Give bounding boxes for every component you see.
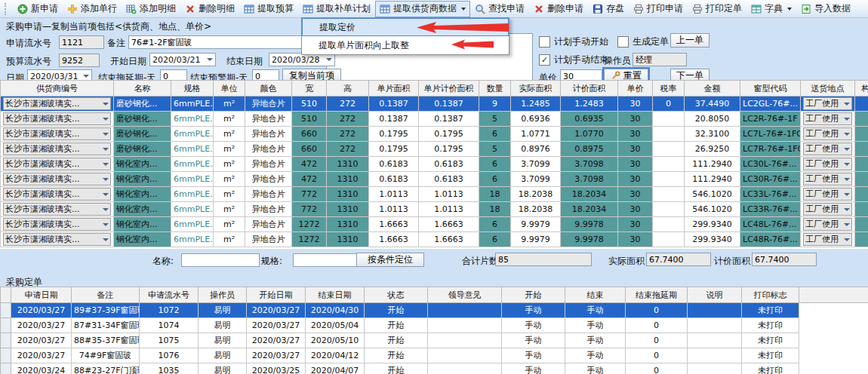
column-header[interactable]: 单位: [214, 81, 245, 97]
table-row[interactable]: 2020/03/2774#9F窗固玻1076易明2020/03/272020/0…: [1, 348, 868, 363]
column-header[interactable]: 规格: [171, 81, 214, 97]
column-header[interactable]: 名称: [114, 81, 171, 97]
start-date-combobox[interactable]: 2020/03/21: [149, 53, 216, 66]
column-header[interactable]: [1, 287, 11, 303]
cell-col0[interactable]: 长沙市潇湘玻璃实...: [1, 112, 114, 127]
column-header[interactable]: 构件名称: [855, 81, 868, 97]
column-header[interactable]: 供货商编号: [1, 81, 114, 97]
table-row[interactable]: 长沙市潇湘玻璃实...钢化室内...6mmPLE...m²异地合片4721310…: [1, 172, 868, 187]
chevron-down-icon: [844, 148, 850, 151]
toolbar-button-add-detail[interactable]: 添加明细: [122, 1, 180, 17]
toolbar-button-delete-application[interactable]: 删除申请: [529, 1, 588, 17]
column-header[interactable]: 颜色: [245, 81, 292, 97]
toolbar-button-add-row[interactable]: 添加单行: [63, 1, 122, 17]
generate-order-checkbox[interactable]: 生成定单: [617, 35, 669, 48]
name-filter-input[interactable]: [181, 253, 260, 267]
column-header[interactable]: 开始: [502, 287, 565, 303]
cell-col0[interactable]: 长沙市潇湘玻璃实...: [1, 157, 114, 172]
previous-order-button[interactable]: 上一单: [670, 33, 709, 48]
table-row[interactable]: 长沙市潇湘玻璃实...磨砂钢化...6mmPLE...m²异地合片5102720…: [1, 112, 868, 127]
table-row[interactable]: 长沙市潇湘玻璃实...钢化室内...6mmPLE...m²异地合片1272131…: [1, 232, 868, 247]
cell-col1: 磨砂钢化...: [114, 127, 171, 142]
column-header[interactable]: 实际面积: [511, 81, 561, 97]
toolbar-button-new-application[interactable]: 新申请: [13, 1, 63, 17]
cell-col0[interactable]: 长沙市潇湘玻璃实...: [1, 217, 114, 232]
cell-col0[interactable]: 长沙市潇湘玻璃实...: [1, 172, 114, 187]
table-row[interactable]: 长沙市潇湘玻璃实...磨砂钢化...6mmPLE...m²异地合片6602720…: [1, 142, 868, 157]
toolbar-button-extract-supplement-plan[interactable]: 提取补单计划: [298, 1, 375, 17]
column-header[interactable]: 金额: [685, 81, 740, 97]
table-row[interactable]: 长沙市潇湘玻璃实...磨砂钢化...6mmPLE...m²异地合片5102720…: [1, 97, 868, 112]
cell-col0[interactable]: 长沙市潇湘玻璃实...: [1, 127, 114, 142]
toolbar-button-extract-supplier-data[interactable]: 提取供货商数据: [375, 1, 470, 17]
menu-item-label: 提取定价: [319, 21, 356, 34]
table-row[interactable]: 长沙市潇湘玻璃实...钢化室内...6mmPLE...m²异地合片4721310…: [1, 157, 868, 172]
cell-col0[interactable]: 长沙市潇湘玻璃实...: [1, 142, 114, 157]
column-header[interactable]: 送货地点: [801, 81, 855, 97]
column-header[interactable]: 打印标志: [742, 287, 799, 303]
column-header[interactable]: 说明: [688, 287, 742, 303]
table-row[interactable]: 长沙市潇湘玻璃实...钢化室内...6mmPLE...m²异地合片7721310…: [1, 202, 868, 217]
cell-col16[interactable]: 工厂使用: [801, 127, 855, 142]
cell-col16[interactable]: 工厂使用: [801, 187, 855, 202]
column-header[interactable]: 开始日期: [247, 287, 306, 303]
column-header[interactable]: 数量: [479, 81, 511, 97]
locate-by-condition-button[interactable]: 按条件定位: [356, 253, 424, 267]
column-header[interactable]: 计价面积: [561, 81, 618, 97]
cell-col16[interactable]: 工厂使用: [801, 202, 855, 217]
table-row[interactable]: 2020/03/2787#31-34F窗固玻1074易明2020/03/2720…: [1, 318, 868, 333]
column-header[interactable]: 申请流水号: [140, 287, 199, 303]
column-header[interactable]: 备注: [72, 287, 140, 303]
cell-col0[interactable]: 长沙市潇湘玻璃实...: [1, 97, 114, 112]
column-header[interactable]: 单价: [618, 81, 653, 97]
column-header[interactable]: 申请日期: [11, 287, 72, 303]
table-row[interactable]: 长沙市潇湘玻璃实...磨砂钢化...6mmPLE...m²异地合片6602720…: [1, 127, 868, 142]
column-header[interactable]: 单片计价面积: [419, 81, 479, 97]
cell-col16[interactable]: 工厂使用: [801, 97, 855, 112]
plan-manual-end-checkbox[interactable]: ✓ 计划手动结束: [539, 54, 608, 66]
table-row[interactable]: 2020/03/2788#35-37F窗固玻1075易明2020/03/2720…: [1, 333, 868, 348]
cell-col16[interactable]: 工厂使用: [801, 217, 855, 232]
combo-value: 工厂使用: [805, 113, 839, 124]
cell-col0[interactable]: 长沙市潇湘玻璃实...: [1, 202, 114, 217]
column-header[interactable]: 状态: [365, 287, 428, 303]
column-header[interactable]: 领导意见: [428, 287, 502, 303]
column-header[interactable]: [799, 287, 868, 303]
table-row[interactable]: 长沙市潇湘玻璃实...钢化室内...6mmPLE...m²异地合片1272131…: [1, 217, 868, 232]
cell-col0[interactable]: 长沙市潇湘玻璃实...: [1, 232, 114, 247]
apply-serial-input[interactable]: [59, 35, 104, 49]
toolbar-button-print-order[interactable]: 打印定单: [688, 1, 746, 17]
cell-col16[interactable]: 工厂使用: [801, 142, 855, 157]
toolbar-button-delete-detail[interactable]: 删除明细: [180, 1, 239, 17]
column-header[interactable]: 结束: [565, 287, 626, 303]
actual-area-label: 实际面积: [608, 255, 645, 268]
table-row[interactable]: 长沙市潇湘玻璃实...钢化室内...6mmPLE...m²异地合片7721310…: [1, 187, 868, 202]
column-header[interactable]: 宽: [292, 81, 327, 97]
column-header[interactable]: 窗型代码: [740, 81, 801, 97]
remark-input[interactable]: [128, 35, 312, 49]
column-header[interactable]: 高: [327, 81, 369, 97]
toolbar-button-find-application[interactable]: 查找申请: [470, 1, 529, 17]
table-row[interactable]: 2020/03/2488#23-27F门顶玻1035易明2020/03/2520…: [1, 363, 868, 374]
cell-col1: 钢化室内...: [114, 187, 171, 202]
plan-manual-start-checkbox[interactable]: 计划手动开始: [539, 35, 608, 48]
column-header[interactable]: 单片面积: [369, 81, 419, 97]
column-header[interactable]: 结束日期: [306, 287, 365, 303]
cell-col0[interactable]: 长沙市潇湘玻璃实...: [1, 187, 114, 202]
cell-col16[interactable]: 工厂使用: [801, 232, 855, 247]
column-header[interactable]: 结束拖延期: [626, 287, 688, 303]
toolbar-button-print-application[interactable]: 打印申请: [629, 1, 688, 17]
cell-col16[interactable]: 工厂使用: [801, 112, 855, 127]
toolbar-button-dictionary[interactable]: 字典: [746, 1, 796, 17]
cell-col16[interactable]: 工厂使用: [801, 157, 855, 172]
toolbar-button-import-data[interactable]: 导入数据: [796, 1, 855, 17]
cell-col16[interactable]: 工厂使用: [801, 172, 855, 187]
column-header[interactable]: 操作员: [199, 287, 247, 303]
budget-serial-input[interactable]: [59, 54, 100, 67]
operator-input[interactable]: [633, 53, 687, 66]
cell-col1: 74#9F窗固玻: [72, 348, 140, 363]
column-header[interactable]: 税率: [653, 81, 685, 97]
toolbar-button-extract-budget[interactable]: 提取预算: [239, 1, 298, 17]
table-row[interactable]: 2020/03/2789#37-39F窗固玻1072易明2020/03/2720…: [1, 303, 868, 318]
toolbar-button-save[interactable]: 存盘: [588, 1, 629, 17]
